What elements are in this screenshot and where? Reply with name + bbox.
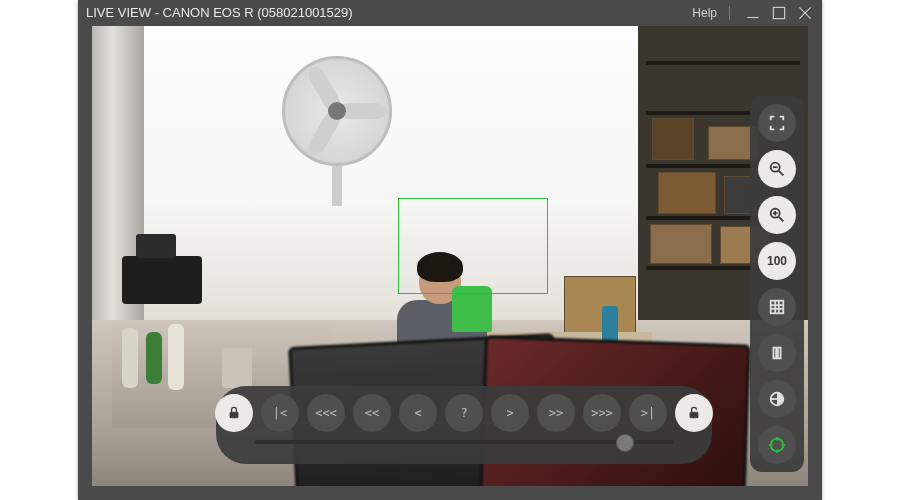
focus-last-button[interactable]: >| bbox=[629, 394, 667, 432]
minimize-button[interactable] bbox=[744, 4, 762, 22]
focus-f-button[interactable]: > bbox=[491, 394, 529, 432]
titlebar: LIVE VIEW - CANON EOS R (058021001529) H… bbox=[78, 0, 822, 26]
focus-ff-button[interactable]: >> bbox=[537, 394, 575, 432]
live-view-viewport[interactable]: 100 |< bbox=[92, 26, 808, 486]
printer bbox=[122, 256, 202, 304]
zoom-level-button[interactable]: 100 bbox=[758, 242, 796, 280]
target-button[interactable] bbox=[758, 426, 796, 464]
focus-first-button[interactable]: |< bbox=[261, 394, 299, 432]
svg-rect-17 bbox=[778, 348, 781, 359]
titlebar-separator bbox=[729, 6, 730, 20]
grid-button[interactable] bbox=[758, 288, 796, 326]
svg-rect-1 bbox=[773, 7, 784, 18]
fullscreen-button[interactable] bbox=[758, 104, 796, 142]
svg-line-5 bbox=[779, 171, 784, 176]
focus-fff-button[interactable]: >>> bbox=[583, 394, 621, 432]
help-link[interactable]: Help bbox=[692, 0, 717, 26]
focus-rr-button[interactable]: << bbox=[353, 394, 391, 432]
focus-slider[interactable] bbox=[254, 440, 674, 444]
exposure-button[interactable] bbox=[758, 380, 796, 418]
pause-button[interactable] bbox=[758, 334, 796, 372]
focus-rectangle[interactable] bbox=[398, 198, 548, 294]
svg-point-19 bbox=[771, 439, 784, 452]
bottom-toolbar: |< <<< << < ? > >> >>> >| bbox=[216, 386, 712, 464]
svg-rect-16 bbox=[773, 348, 776, 359]
focus-center-button[interactable]: ? bbox=[445, 394, 483, 432]
wall-fan bbox=[282, 56, 392, 166]
zoom-out-button[interactable] bbox=[758, 150, 796, 188]
focus-lock-near-button[interactable] bbox=[215, 394, 253, 432]
svg-rect-11 bbox=[771, 301, 784, 314]
close-button[interactable] bbox=[796, 4, 814, 22]
focus-lock-far-button[interactable] bbox=[675, 394, 713, 432]
window-title: LIVE VIEW - CANON EOS R (058021001529) bbox=[86, 0, 692, 26]
svg-line-8 bbox=[779, 217, 784, 222]
side-toolbar: 100 bbox=[750, 96, 804, 472]
focus-slider-knob[interactable] bbox=[616, 434, 634, 452]
focus-rrr-button[interactable]: <<< bbox=[307, 394, 345, 432]
svg-rect-24 bbox=[230, 412, 238, 418]
zoom-in-button[interactable] bbox=[758, 196, 796, 234]
focus-r-button[interactable]: < bbox=[399, 394, 437, 432]
live-view-window: LIVE VIEW - CANON EOS R (058021001529) H… bbox=[78, 0, 822, 500]
svg-rect-25 bbox=[690, 412, 698, 418]
maximize-button[interactable] bbox=[770, 4, 788, 22]
